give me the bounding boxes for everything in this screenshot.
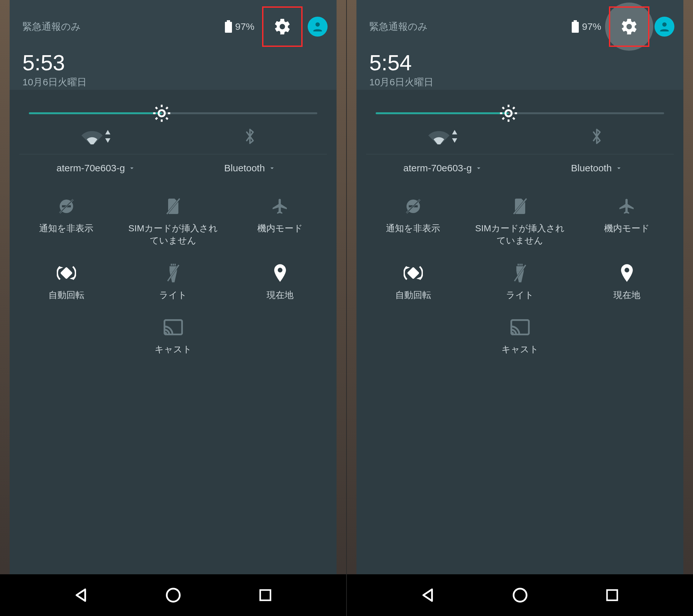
wifi-icon bbox=[428, 128, 450, 144]
svg-rect-0 bbox=[227, 20, 230, 22]
qs-header: 緊急通報のみ 97% 5:53 10月6日火曜日 bbox=[9, 0, 337, 90]
svg-point-34 bbox=[662, 22, 666, 27]
phone-screenshot-1: 緊急通報のみ 97% 5:54 10月6日火曜日 bbox=[346, 0, 693, 616]
bluetooth-tile[interactable] bbox=[173, 124, 327, 154]
battery-icon bbox=[571, 20, 579, 33]
brightness-slider[interactable] bbox=[356, 90, 684, 124]
autorotate-tile[interactable]: 自動回転 bbox=[13, 263, 120, 301]
wifi-label: aterm-70e603-g bbox=[403, 163, 472, 174]
svg-rect-57 bbox=[521, 264, 522, 266]
dnd-tile[interactable]: 通知を非表示 bbox=[360, 196, 467, 247]
svg-marker-13 bbox=[105, 138, 111, 143]
sim-icon bbox=[510, 196, 530, 217]
location-icon bbox=[617, 263, 637, 283]
sim-tile[interactable]: SIMカードが挿入されていません bbox=[120, 196, 226, 247]
home-button[interactable] bbox=[509, 584, 531, 607]
wallpaper-edge bbox=[0, 0, 9, 616]
back-icon bbox=[419, 587, 436, 604]
carrier-label: 緊急通報のみ bbox=[369, 20, 567, 33]
cast-tile[interactable]: キャスト bbox=[467, 317, 573, 356]
wifi-tile[interactable] bbox=[19, 124, 173, 154]
svg-rect-25 bbox=[174, 264, 176, 266]
caret-down-icon bbox=[128, 164, 136, 172]
wifi-dropdown[interactable]: aterm-70e603-g bbox=[403, 156, 482, 174]
svg-point-3 bbox=[158, 110, 164, 116]
user-avatar-button[interactable] bbox=[308, 17, 328, 37]
home-button[interactable] bbox=[162, 584, 184, 607]
flashlight-tile[interactable]: ライト bbox=[120, 263, 226, 301]
location-label: 現在地 bbox=[266, 289, 294, 301]
svg-rect-55 bbox=[517, 264, 519, 266]
cast-label: キャスト bbox=[501, 343, 539, 356]
wallpaper-edge bbox=[337, 0, 346, 616]
svg-line-8 bbox=[156, 107, 157, 109]
carrier-label: 緊急通報のみ bbox=[22, 20, 220, 33]
airplane-tile[interactable]: 機内モード bbox=[226, 196, 333, 247]
dnd-tile[interactable]: 通知を非表示 bbox=[13, 196, 120, 247]
wifi-dropdown[interactable]: aterm-70e603-g bbox=[57, 156, 136, 174]
brightness-slider[interactable] bbox=[9, 90, 337, 124]
settings-button[interactable] bbox=[265, 9, 300, 44]
bluetooth-dropdown[interactable]: Bluetooth bbox=[224, 156, 276, 174]
wifi-label: aterm-70e603-g bbox=[57, 163, 125, 174]
navigation-bar bbox=[0, 574, 346, 616]
clock-date: 10月6日火曜日 bbox=[22, 76, 328, 89]
flashlight-tile[interactable]: ライト bbox=[467, 263, 573, 301]
cast-label: キャスト bbox=[155, 343, 192, 356]
svg-point-35 bbox=[505, 110, 511, 116]
airplane-tile[interactable]: 機内モード bbox=[573, 196, 680, 247]
autorotate-tile[interactable]: 自動回転 bbox=[360, 263, 467, 301]
qs-header: 緊急通報のみ 97% 5:54 10月6日火曜日 bbox=[356, 0, 684, 90]
rotate-icon bbox=[56, 263, 77, 283]
user-avatar-button[interactable] bbox=[654, 17, 674, 37]
svg-line-41 bbox=[513, 118, 514, 119]
caret-down-icon bbox=[615, 164, 623, 172]
svg-line-11 bbox=[166, 107, 167, 109]
wifi-tile[interactable] bbox=[366, 124, 520, 154]
sim-tile[interactable]: SIMカードが挿入されていません bbox=[467, 196, 573, 247]
svg-rect-32 bbox=[574, 20, 577, 22]
bluetooth-label: Bluetooth bbox=[571, 163, 612, 174]
location-tile[interactable]: 現在地 bbox=[573, 263, 680, 301]
recents-icon bbox=[605, 588, 620, 603]
svg-marker-12 bbox=[105, 130, 111, 135]
flashlight-icon bbox=[163, 263, 183, 283]
wifi-icon bbox=[81, 128, 103, 144]
primary-tiles-row bbox=[9, 124, 337, 154]
flashlight-label: ライト bbox=[159, 289, 187, 301]
svg-line-9 bbox=[166, 118, 167, 119]
location-label: 現在地 bbox=[613, 289, 640, 301]
airplane-icon bbox=[617, 196, 637, 217]
brightness-icon[interactable] bbox=[499, 104, 518, 123]
quick-settings-panel: 緊急通報のみ 97% 5:53 10月6日火曜日 bbox=[9, 0, 337, 574]
sim-label: SIMカードが挿入されていません bbox=[472, 222, 568, 247]
svg-rect-33 bbox=[572, 22, 579, 33]
bluetooth-icon bbox=[243, 127, 256, 145]
wallpaper-edge bbox=[347, 0, 356, 616]
cast-tile[interactable]: キャスト bbox=[120, 317, 226, 356]
back-button[interactable] bbox=[70, 584, 92, 607]
bluetooth-tile[interactable] bbox=[520, 124, 674, 154]
recents-button[interactable] bbox=[601, 584, 623, 607]
sim-label: SIMカードが挿入されていません bbox=[125, 222, 221, 247]
flashlight-label: ライト bbox=[506, 289, 534, 301]
battery-status: 97% bbox=[224, 20, 254, 33]
bluetooth-label: Bluetooth bbox=[224, 163, 265, 174]
gear-icon bbox=[273, 17, 292, 36]
slider-track bbox=[29, 112, 317, 114]
recents-button[interactable] bbox=[254, 584, 277, 607]
person-icon bbox=[658, 20, 671, 33]
brightness-icon[interactable] bbox=[152, 104, 171, 123]
bluetooth-dropdown[interactable]: Bluetooth bbox=[571, 156, 623, 174]
touch-ripple bbox=[605, 3, 653, 51]
settings-button[interactable] bbox=[612, 9, 647, 44]
wallpaper-edge bbox=[684, 0, 693, 616]
svg-point-29 bbox=[164, 332, 167, 335]
dnd-label: 通知を非表示 bbox=[386, 222, 440, 235]
location-tile[interactable]: 現在地 bbox=[226, 263, 333, 301]
airplane-label: 機内モード bbox=[604, 222, 650, 235]
back-button[interactable] bbox=[416, 584, 439, 607]
rotate-icon bbox=[403, 263, 423, 283]
svg-rect-24 bbox=[173, 264, 174, 266]
slider-fill bbox=[29, 112, 162, 114]
